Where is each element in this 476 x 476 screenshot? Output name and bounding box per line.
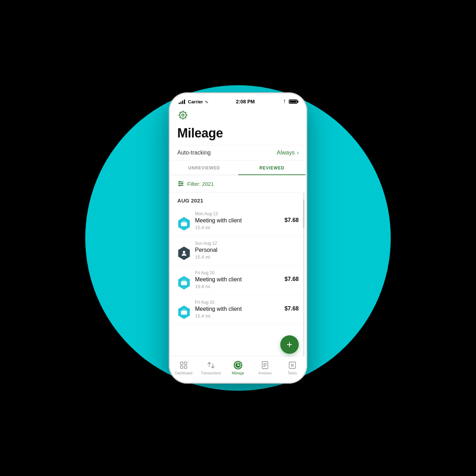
scrollbar-track xyxy=(303,193,304,356)
taxes-icon xyxy=(288,361,297,370)
trip-date: Fri Aug 10 xyxy=(195,270,285,275)
tab-unreviewed[interactable]: UNREVIEWED xyxy=(170,161,238,175)
phone-frame: Carrier ∿ 2:08 PM ⭡ Mileage xyxy=(169,92,307,384)
gear-icon xyxy=(179,111,187,119)
page-title-section: Mileage xyxy=(170,124,306,145)
signal-bar-4 xyxy=(184,99,185,104)
svg-rect-9 xyxy=(184,362,187,364)
plus-icon: + xyxy=(287,340,292,350)
trip-item[interactable]: Fri Aug 10 Meeting with client 15.4 mi $… xyxy=(170,295,306,324)
svg-point-7 xyxy=(183,251,185,253)
trip-miles: 15.4 mi xyxy=(195,225,285,230)
svg-point-6 xyxy=(179,185,180,186)
time-display: 2:08 PM xyxy=(236,99,255,104)
carrier-label: Carrier xyxy=(188,99,203,104)
auto-tracking-row[interactable]: Auto-tracking Always › xyxy=(170,145,306,161)
page-title: Mileage xyxy=(177,126,299,141)
status-bar: Carrier ∿ 2:08 PM ⭡ xyxy=(170,94,306,107)
trip-miles: 15.4 mi xyxy=(195,254,299,260)
dashboard-icon xyxy=(179,361,188,370)
svg-rect-10 xyxy=(180,366,183,368)
phone-screen: Carrier ∿ 2:08 PM ⭡ Mileage xyxy=(170,94,306,382)
trip-icon-business xyxy=(177,276,191,290)
nav-label-invoices: Invoices xyxy=(259,371,272,375)
month-header-aug2021: AUG 2021 xyxy=(170,193,306,206)
trip-date: Sun Aug 12 xyxy=(195,241,299,246)
briefcase-icon xyxy=(180,220,188,227)
person-icon xyxy=(180,250,188,257)
trip-details: Fri Aug 10 Meeting with client 15.4 mi xyxy=(195,270,285,289)
trip-name: Meeting with client xyxy=(195,306,285,312)
nav-item-taxes[interactable]: Taxes xyxy=(279,359,306,377)
svg-rect-11 xyxy=(184,366,187,368)
signal-bar-1 xyxy=(179,103,180,104)
svg-point-0 xyxy=(182,114,184,116)
nav-label-dashboard: Dashboard xyxy=(175,371,193,375)
svg-point-4 xyxy=(179,181,180,182)
signal-bar-2 xyxy=(180,102,182,104)
trip-details: Mon Aug 13 Meeting with client 15.4 mi xyxy=(195,211,285,230)
scrollbar-thumb xyxy=(303,200,304,228)
wifi-icon: ∿ xyxy=(205,99,209,104)
briefcase-icon xyxy=(180,309,188,316)
signal-bar-3 xyxy=(182,101,183,104)
auto-tracking-label: Auto-tracking xyxy=(177,150,211,156)
nav-label-mileage: Mileage xyxy=(232,371,244,375)
trip-miles: 15.4 mi xyxy=(195,313,285,319)
nav-label-transactions: Transactions xyxy=(201,371,221,375)
trip-icon-business xyxy=(177,305,191,319)
filter-icon xyxy=(177,180,184,187)
bottom-navigation: Dashboard Transactions xyxy=(170,356,306,382)
trip-miles: 15.4 mi xyxy=(195,284,285,289)
nav-item-dashboard[interactable]: Dashboard xyxy=(170,359,197,377)
signal-bars xyxy=(179,99,185,104)
filter-label: Filter: 2021 xyxy=(187,181,214,187)
add-trip-button[interactable]: + xyxy=(280,335,299,354)
settings-button[interactable] xyxy=(177,109,189,121)
trip-details: Fri Aug 10 Meeting with client 15.4 mi xyxy=(195,300,285,319)
chevron-right-icon: › xyxy=(297,150,299,156)
nav-item-mileage[interactable]: Mileage xyxy=(225,359,251,377)
battery-fill xyxy=(290,101,296,103)
auto-tracking-current: Always xyxy=(277,150,295,156)
trip-name: Personal xyxy=(195,247,299,253)
trip-amount: $7.68 xyxy=(285,217,299,223)
svg-point-23 xyxy=(291,364,292,365)
invoices-icon xyxy=(260,361,270,370)
bluetooth-icon: ⭡ xyxy=(282,99,287,104)
trip-name: Meeting with client xyxy=(195,276,285,283)
filter-row[interactable]: Filter: 2021 xyxy=(170,175,306,193)
nav-item-invoices[interactable]: Invoices xyxy=(251,359,278,377)
battery-icon xyxy=(289,99,297,104)
nav-label-taxes: Taxes xyxy=(288,371,297,375)
trip-date: Mon Aug 13 xyxy=(195,211,285,216)
svg-point-5 xyxy=(182,183,183,184)
briefcase-icon xyxy=(180,279,188,286)
nav-item-transactions[interactable]: Transactions xyxy=(197,359,224,377)
tab-reviewed[interactable]: REVIEWED xyxy=(238,161,306,175)
app-header xyxy=(170,107,306,124)
auto-tracking-value: Always › xyxy=(277,150,299,156)
trip-name: Meeting with client xyxy=(195,217,285,224)
trip-date: Fri Aug 10 xyxy=(195,300,285,305)
svg-point-16 xyxy=(237,364,239,366)
trip-amount: $7.68 xyxy=(285,276,299,282)
trip-item[interactable]: Sun Aug 12 Personal 15.4 mi xyxy=(170,236,306,265)
trip-amount: $7.68 xyxy=(285,305,299,312)
status-right: ⭡ xyxy=(282,99,297,104)
svg-rect-8 xyxy=(180,362,183,364)
trip-item[interactable]: Mon Aug 13 Meeting with client 15.4 mi $… xyxy=(170,206,306,236)
tab-unreviewed-label: UNREVIEWED xyxy=(188,166,220,171)
transactions-icon xyxy=(206,361,216,370)
trip-icon-business xyxy=(177,217,191,231)
trip-icon-personal xyxy=(177,247,191,260)
tab-bar: UNREVIEWED REVIEWED xyxy=(170,161,306,175)
tab-reviewed-label: REVIEWED xyxy=(259,166,284,171)
status-left: Carrier ∿ xyxy=(179,99,209,104)
trip-item[interactable]: Fri Aug 10 Meeting with client 15.4 mi $… xyxy=(170,265,306,295)
trips-scroll-area: AUG 2021 Mon Aug 13 Meeting with client … xyxy=(170,193,306,356)
svg-point-24 xyxy=(293,366,294,367)
mileage-icon xyxy=(233,361,243,370)
trip-details: Sun Aug 12 Personal 15.4 mi xyxy=(195,241,299,260)
